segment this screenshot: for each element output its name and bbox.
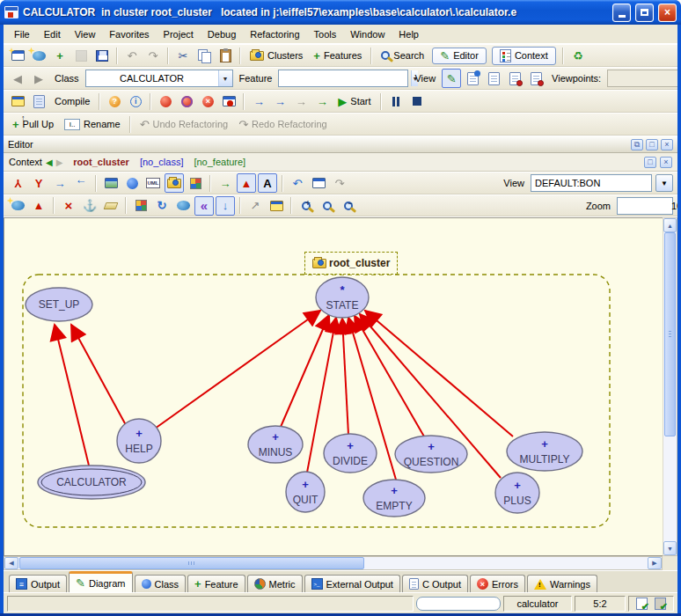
horizontal-scroll-track[interactable] bbox=[18, 557, 648, 569]
tab-output[interactable]: ≡ Output bbox=[9, 575, 67, 592]
menu-tools[interactable]: Tools bbox=[307, 26, 344, 42]
add-item-button[interactable]: + bbox=[50, 46, 70, 65]
pause-button[interactable] bbox=[386, 92, 406, 111]
tab-metric[interactable]: Metric bbox=[247, 575, 303, 592]
cluster-view-button[interactable] bbox=[165, 173, 184, 193]
class-node-question[interactable]: +QUESTION bbox=[395, 436, 467, 473]
scroll-up-button[interactable]: ▲ bbox=[663, 218, 677, 232]
class-node-help[interactable]: +HELP bbox=[117, 419, 161, 463]
menu-debug[interactable]: Debug bbox=[201, 26, 243, 42]
maximize-pane-button[interactable]: □ bbox=[646, 139, 658, 150]
view-formatted-button[interactable] bbox=[463, 69, 482, 88]
diagram-view-input-box[interactable] bbox=[531, 174, 652, 192]
class-node-divide[interactable]: +DIVIDE bbox=[324, 434, 377, 473]
remove-anchor-button[interactable]: ⚓ bbox=[80, 196, 99, 216]
inheritance-link-help-to-state[interactable] bbox=[155, 311, 320, 429]
tab-errors[interactable]: × Errors bbox=[470, 575, 525, 592]
project-settings-button[interactable] bbox=[8, 92, 27, 111]
view-contract-button[interactable] bbox=[505, 69, 524, 88]
suppliers-button[interactable]: → bbox=[50, 173, 70, 193]
vertical-scroll-track[interactable] bbox=[663, 232, 677, 541]
inheritance-link-divide-to-state[interactable] bbox=[342, 319, 348, 435]
history-forward-button[interactable]: ▶ bbox=[29, 69, 48, 88]
compile-button[interactable] bbox=[29, 92, 48, 111]
diagram-undo-button[interactable]: ↶ bbox=[288, 173, 307, 193]
scroll-left-button[interactable]: ◀ bbox=[4, 557, 18, 569]
viewpoints-combo[interactable]: ▼ bbox=[607, 70, 677, 87]
debug-run-ignore-button[interactable] bbox=[177, 92, 196, 111]
inheritance-link-minus-to-state[interactable] bbox=[281, 315, 329, 427]
diagram-canvas[interactable]: SET_UP*STATE+HELPCALCULATOR+MINUS+QUIT+D… bbox=[4, 217, 663, 556]
link-anchor-button[interactable]: ↗ bbox=[245, 196, 265, 216]
context-forward-button[interactable]: ▶ bbox=[56, 158, 63, 167]
horizontal-scrollbar[interactable]: ◀ ▶ bbox=[4, 556, 663, 570]
tab-feature[interactable]: + Feature bbox=[187, 575, 245, 592]
zoom-out-button[interactable]: − bbox=[339, 196, 358, 216]
undo-refactoring-button[interactable]: ↶ Undo Refactoring bbox=[135, 117, 233, 132]
view-flat-contract-button[interactable] bbox=[526, 69, 546, 88]
new-class-tool-button[interactable] bbox=[8, 196, 27, 216]
clients-button[interactable]: → bbox=[71, 173, 91, 193]
inheritance-link-tool-button[interactable]: ▲ bbox=[237, 173, 256, 193]
zoom-in-button[interactable]: + bbox=[297, 196, 316, 216]
rotate-button[interactable]: ↻ bbox=[152, 196, 172, 216]
redo-button[interactable]: ↷ bbox=[143, 46, 163, 65]
context-cluster-link[interactable]: root_cluster bbox=[73, 157, 129, 167]
new-window-button[interactable] bbox=[8, 46, 27, 65]
step-into-button[interactable]: → bbox=[249, 92, 268, 111]
new-class-button[interactable] bbox=[29, 46, 48, 65]
fit-to-screen-button[interactable] bbox=[318, 196, 337, 216]
diagram-view-dropdown-button[interactable]: ▼ bbox=[655, 174, 673, 192]
menu-view[interactable]: View bbox=[68, 26, 103, 42]
client-link-tool-button[interactable]: → bbox=[216, 173, 235, 193]
menu-favorites[interactable]: Favorites bbox=[102, 26, 156, 42]
class-combo-dropdown[interactable]: ▼ bbox=[218, 70, 232, 86]
context-toggle-button[interactable]: Context bbox=[492, 47, 556, 65]
class-node-plus[interactable]: +PLUS bbox=[495, 473, 539, 513]
redo-refactoring-button[interactable]: ↷ Redo Refactoring bbox=[234, 117, 332, 132]
horizontal-scroll-thumb[interactable] bbox=[19, 557, 364, 569]
inheritance-link-help-to-set_up[interactable] bbox=[71, 325, 126, 425]
tab-diagram[interactable]: ✎ Diagram bbox=[69, 571, 132, 592]
remove-breakpoints-button[interactable]: × bbox=[198, 92, 217, 111]
zoom-combo[interactable]: ▼ bbox=[617, 197, 673, 215]
scroll-right-button[interactable]: ▶ bbox=[648, 557, 662, 569]
close-context-button[interactable]: × bbox=[660, 157, 672, 168]
zoom-combo-input[interactable] bbox=[618, 198, 677, 214]
maximize-context-button[interactable]: □ bbox=[644, 157, 656, 168]
stop-button[interactable] bbox=[407, 92, 427, 111]
undo-button[interactable]: ↶ bbox=[122, 46, 142, 65]
cut-button[interactable]: ✂ bbox=[173, 46, 193, 65]
features-button[interactable]: + Features bbox=[309, 48, 366, 63]
class-combo-input[interactable] bbox=[86, 70, 218, 86]
save-all-button[interactable] bbox=[92, 46, 112, 65]
uml-view-button[interactable]: UML bbox=[143, 173, 163, 193]
bon-view-button[interactable] bbox=[122, 173, 142, 193]
class-node-multiply[interactable]: +MULTIPLY bbox=[507, 432, 582, 471]
clusters-button[interactable]: Clusters bbox=[245, 48, 307, 62]
class-tool-button[interactable]: ♻ bbox=[568, 46, 588, 65]
save-disabled-button[interactable] bbox=[71, 46, 91, 65]
paste-button[interactable] bbox=[216, 46, 235, 65]
debug-run-button[interactable] bbox=[156, 92, 175, 111]
close-button[interactable]: × bbox=[658, 4, 677, 22]
erase-button[interactable] bbox=[101, 196, 121, 216]
toggle-colors-button[interactable] bbox=[131, 196, 150, 216]
debug-window-button[interactable] bbox=[219, 92, 238, 111]
copy-button[interactable] bbox=[194, 46, 214, 65]
delete-button[interactable]: × bbox=[59, 196, 78, 216]
class-combo[interactable]: ▼ bbox=[85, 70, 233, 87]
cluster-tab[interactable]: root_cluster bbox=[304, 252, 398, 275]
class-node-minus[interactable]: +MINUS bbox=[248, 426, 303, 463]
diagram-history-button[interactable] bbox=[309, 173, 328, 193]
class-node-quit[interactable]: +QUIT bbox=[286, 472, 325, 512]
pull-up-button[interactable]: + Pull Up bbox=[8, 116, 58, 133]
tab-external-output[interactable]: >_ External Output bbox=[304, 575, 400, 592]
step-out-button[interactable]: → bbox=[291, 92, 311, 111]
notes-button[interactable] bbox=[267, 196, 286, 216]
menu-file[interactable]: File bbox=[7, 26, 37, 42]
run-to-cursor-button[interactable]: → bbox=[312, 92, 332, 111]
views-window-button[interactable] bbox=[186, 173, 205, 193]
editor-toggle-button[interactable]: ✎ Editor bbox=[432, 48, 487, 64]
undock-pane-button[interactable]: ⧉ bbox=[631, 139, 643, 150]
